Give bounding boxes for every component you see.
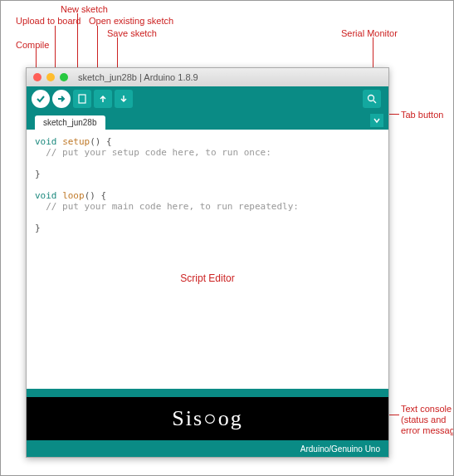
code-kw: void xyxy=(35,136,57,147)
ann-tab: Tab button xyxy=(401,110,443,120)
ann-script-editor: Script Editor xyxy=(180,272,234,284)
chevron-down-icon xyxy=(373,116,381,125)
minimize-icon[interactable] xyxy=(46,73,55,81)
code-comment: // put your main code here, to run repea… xyxy=(35,201,299,212)
arduino-window: sketch_jun28b | Arduino 1.8.9 sketch_jun… xyxy=(26,67,389,458)
ann-console: Text console (status and error messages) xyxy=(401,404,454,437)
ann-upload: Upload to board xyxy=(16,16,81,27)
close-icon[interactable] xyxy=(33,73,41,81)
open-button[interactable] xyxy=(94,90,112,108)
code-fn: setup xyxy=(62,136,90,147)
code-kw: void xyxy=(35,190,57,201)
text-console: Sis○og xyxy=(27,397,388,440)
zoom-icon[interactable] xyxy=(60,73,68,81)
save-button[interactable] xyxy=(115,90,133,108)
code-comment: // put your setup code here, to run once… xyxy=(35,147,271,158)
console-logo: Sis○og xyxy=(172,406,243,431)
code-fn: loop xyxy=(62,190,85,201)
board-label: Arduino/Genuino Uno xyxy=(300,444,380,454)
status-strip xyxy=(27,389,388,397)
ann-new: New sketch xyxy=(61,4,108,15)
toolbar xyxy=(27,86,388,111)
statusbar: Arduino/Genuino Uno xyxy=(27,440,388,457)
code-editor[interactable]: void setup() { // put your setup code he… xyxy=(27,130,388,389)
check-icon xyxy=(36,94,46,104)
svg-line-2 xyxy=(373,101,376,103)
magnifier-icon xyxy=(367,94,377,104)
arrow-down-icon xyxy=(119,94,129,104)
tab-menu-button[interactable] xyxy=(370,114,383,127)
window-controls xyxy=(33,73,68,81)
serial-monitor-button[interactable] xyxy=(363,90,381,108)
new-button[interactable] xyxy=(73,90,91,108)
titlebar: sketch_jun28b | Arduino 1.8.9 xyxy=(27,68,388,86)
compile-button[interactable] xyxy=(32,90,50,108)
tabbar: sketch_jun28b xyxy=(27,111,388,130)
sketch-tab[interactable]: sketch_jun28b xyxy=(35,115,105,130)
ann-save: Save sketch xyxy=(107,28,157,39)
arrow-right-icon xyxy=(56,94,66,104)
svg-point-1 xyxy=(369,96,374,101)
arrow-up-icon xyxy=(98,94,108,104)
ann-compile: Compile xyxy=(16,40,49,51)
ann-open: Open existing sketch xyxy=(89,16,173,27)
window-title: sketch_jun28b | Arduino 1.8.9 xyxy=(78,72,198,82)
file-icon xyxy=(77,94,87,104)
upload-button[interactable] xyxy=(52,90,71,108)
svg-rect-0 xyxy=(79,95,85,103)
ann-serial: Serial Monitor xyxy=(341,28,398,39)
